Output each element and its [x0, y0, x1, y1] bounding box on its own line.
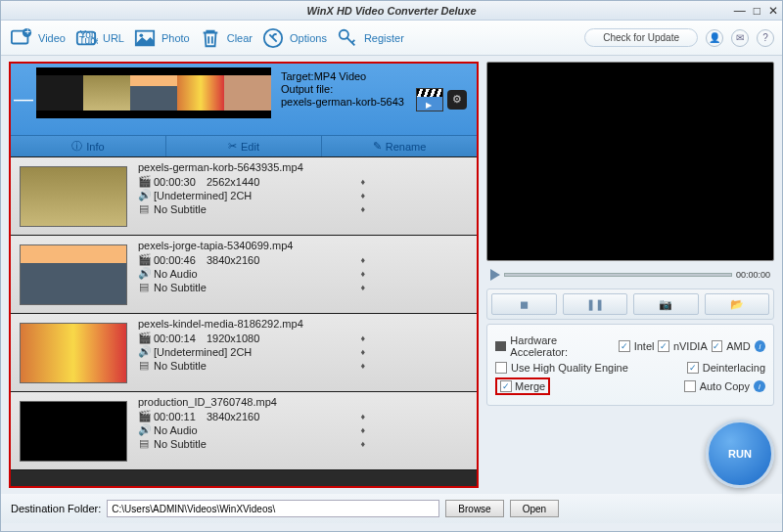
stepper-icon[interactable]: ♦	[360, 412, 365, 421]
video-plus-icon: +	[9, 26, 34, 50]
file-name: production_ID_3760748.mp4	[138, 396, 473, 408]
target-format-label: Target:MP4 Video	[281, 70, 406, 82]
minimize-icon[interactable]: —	[734, 4, 746, 18]
key-icon	[335, 26, 360, 50]
toolbar: + Video YouTube URL Photo Clear Options …	[1, 21, 782, 56]
edit-action[interactable]: ✂Edit	[166, 136, 322, 156]
thumbnail	[20, 166, 127, 227]
output-file-name: pexels-german-korb-5643	[281, 96, 406, 108]
file-name: pexels-kindel-media-8186292.mp4	[138, 318, 473, 330]
stepper-icon[interactable]: ♦	[360, 333, 365, 343]
subtitle-icon: ▤	[138, 202, 150, 215]
file-name: pexels-jorge-tapia-5340699.mp4	[138, 240, 473, 251]
progress-bar[interactable]	[504, 273, 732, 277]
selected-output-row[interactable]: — Target:MP4 Video Output file: pexels-g…	[11, 64, 477, 157]
stepper-icon[interactable]: ♦	[360, 177, 365, 187]
file-list-panel: — Target:MP4 Video Output file: pexels-g…	[9, 62, 479, 488]
stepper-icon[interactable]: ♦	[360, 361, 365, 371]
info-icon[interactable]: i	[754, 380, 765, 392]
svg-point-7	[139, 33, 143, 37]
video-preview[interactable]	[486, 62, 774, 261]
autocopy-checkbox[interactable]	[684, 380, 696, 392]
intel-checkbox[interactable]	[619, 340, 629, 352]
hw-accel-label: Hardware Accelerator:	[510, 334, 611, 358]
merge-option-highlight: Merge	[495, 377, 550, 395]
speaker-icon: 🔊	[138, 345, 150, 358]
destination-label: Destination Folder:	[11, 503, 101, 514]
film-icon: 🎬	[138, 332, 150, 344]
info-action[interactable]: ⓘInfo	[11, 136, 166, 156]
file-row[interactable]: pexels-jorge-tapia-5340699.mp4 🎬00:00:46…	[11, 236, 477, 314]
options-button[interactable]: Options	[260, 26, 327, 50]
bottom-bar: Destination Folder: Browse Open	[1, 494, 782, 523]
stepper-icon[interactable]: ♦	[360, 283, 365, 292]
deinterlacing-checkbox[interactable]	[687, 362, 699, 374]
thumbnail-strip	[36, 67, 271, 118]
run-button[interactable]: RUN	[706, 420, 774, 488]
output-file-label: Output file:	[281, 83, 406, 95]
rename-icon: ✎	[373, 140, 382, 153]
snapshot-button[interactable]: 📷	[633, 293, 699, 315]
nvidia-checkbox[interactable]	[658, 340, 668, 352]
info-icon: ⓘ	[71, 139, 82, 154]
info-icon[interactable]: i	[755, 340, 765, 352]
file-row[interactable]: pexels-german-korb-5643935.mp4 🎬00:00:30…	[11, 157, 477, 236]
file-row[interactable]: pexels-kindel-media-8186292.mp4 🎬00:00:1…	[11, 314, 477, 392]
titlebar: WinX HD Video Converter Deluxe — □ ✕	[1, 1, 782, 21]
open-button[interactable]: Open	[510, 500, 559, 517]
stepper-icon[interactable]: ♦	[360, 191, 365, 200]
settings-gear-icon[interactable]: ⚙	[447, 90, 467, 110]
subtitle-icon: ▤	[138, 437, 150, 450]
open-folder-button[interactable]: 📂	[705, 293, 770, 315]
file-row[interactable]: production_ID_3760748.mp4 🎬00:00:11 3840…	[11, 392, 477, 470]
stepper-icon[interactable]: ♦	[360, 347, 365, 357]
collapse-button[interactable]: —	[15, 67, 32, 131]
svg-text:Tube: Tube	[79, 34, 98, 45]
options-panel: Hardware Accelerator: Intel nVIDIA AMD i…	[486, 324, 774, 406]
chip-icon	[495, 341, 506, 351]
destination-input[interactable]	[107, 500, 439, 517]
film-icon: 🎬	[138, 253, 150, 266]
speaker-icon: 🔊	[138, 267, 150, 280]
subtitle-icon: ▤	[138, 281, 150, 293]
speaker-icon: 🔊	[138, 423, 150, 436]
clear-button[interactable]: Clear	[198, 26, 253, 50]
close-icon[interactable]: ✕	[768, 4, 778, 18]
film-icon: 🎬	[138, 410, 150, 422]
maximize-icon[interactable]: □	[754, 4, 760, 18]
stepper-icon[interactable]: ♦	[360, 255, 365, 265]
stepper-icon[interactable]: ♦	[360, 439, 365, 449]
url-button[interactable]: YouTube URL	[73, 26, 124, 50]
browse-button[interactable]: Browse	[445, 500, 503, 517]
thumbnail	[20, 244, 127, 305]
amd-checkbox[interactable]	[712, 340, 722, 352]
stepper-icon[interactable]: ♦	[360, 425, 365, 435]
mail-icon[interactable]: ✉	[731, 29, 749, 47]
subtitle-icon: ▤	[138, 359, 150, 372]
photo-icon	[132, 26, 158, 50]
stepper-icon[interactable]: ♦	[360, 269, 365, 279]
stepper-icon[interactable]: ♦	[360, 204, 365, 214]
pause-button[interactable]: ❚❚	[563, 293, 628, 315]
preview-clapper-icon[interactable]	[416, 88, 443, 111]
hq-engine-checkbox[interactable]	[495, 362, 507, 374]
help-icon[interactable]: ?	[757, 29, 774, 47]
add-video-button[interactable]: + Video	[9, 26, 66, 50]
check-update-button[interactable]: Check for Update	[584, 28, 698, 47]
youtube-icon: YouTube	[73, 26, 99, 50]
file-name: pexels-german-korb-5643935.mp4	[138, 161, 473, 173]
thumbnail	[20, 401, 127, 462]
rename-action[interactable]: ✎Rename	[322, 136, 477, 156]
wrench-icon	[260, 26, 286, 50]
svg-text:+: +	[24, 27, 30, 37]
stop-button[interactable]: ◼	[491, 293, 557, 315]
merge-checkbox[interactable]	[500, 380, 512, 392]
account-icon[interactable]: 👤	[706, 29, 723, 47]
photo-button[interactable]: Photo	[132, 26, 190, 50]
register-button[interactable]: Register	[335, 26, 404, 50]
play-button[interactable]	[490, 269, 500, 281]
thumbnail	[20, 323, 127, 383]
trash-icon	[198, 26, 223, 50]
film-icon: 🎬	[138, 175, 150, 188]
time-display: 00:00:00	[736, 270, 770, 280]
